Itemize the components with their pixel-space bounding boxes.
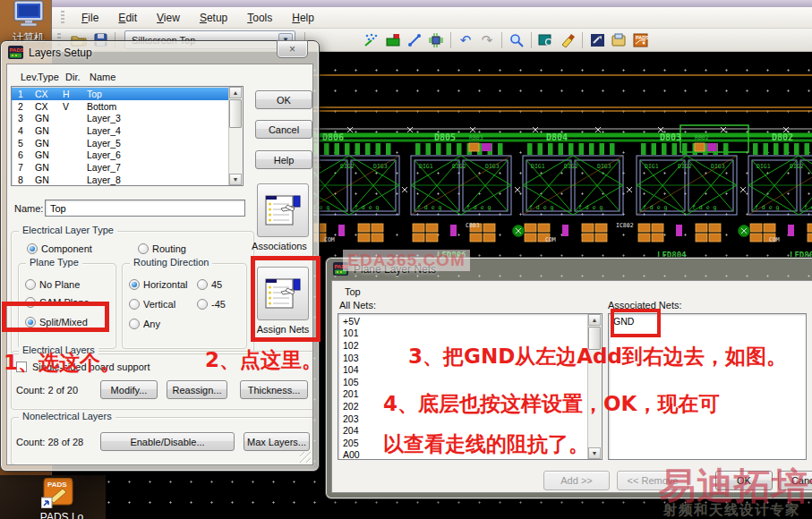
zoom-icon[interactable] xyxy=(507,31,526,49)
any-radio[interactable] xyxy=(129,319,140,329)
associations-button[interactable] xyxy=(257,183,309,237)
menu-help[interactable]: Help xyxy=(282,10,324,26)
svg-text:C803: C803 xyxy=(466,222,480,229)
desktop-patch: PADS PADS Lo xyxy=(0,475,106,519)
all-nets-scrollbar[interactable]: ▲ ▼ xyxy=(587,314,602,459)
electrical-count-label: Count: 2 of 20 xyxy=(16,385,78,396)
nets-spray-icon[interactable] xyxy=(362,31,381,49)
svg-text:f d e g: f d e g xyxy=(804,204,812,211)
layer-row-layer_6[interactable]: 6GNLayer_6 xyxy=(12,149,229,161)
add-button[interactable]: Add >> xyxy=(543,471,610,490)
plane-type-label: Plane Type xyxy=(26,257,82,268)
svg-text:D806: D806 xyxy=(322,132,344,142)
net-item-+5v[interactable]: +5V xyxy=(338,315,588,328)
svg-text:RB03: RB03 xyxy=(469,134,483,141)
pads-logic-label: PADS Lo xyxy=(39,511,84,519)
svg-text:DIG2: DIG2 xyxy=(340,163,355,170)
desktop-computer-icon[interactable]: 计算机 xyxy=(5,0,52,46)
svg-text:COM: COM xyxy=(769,236,780,243)
electrical-layer-type-label: Electrical Layer Type xyxy=(19,225,117,235)
layer-row-bottom[interactable]: 2CXVBottom xyxy=(12,100,229,113)
layer-row-layer_5[interactable]: 5GNLayer_5 xyxy=(12,137,229,149)
help-button[interactable]: Help xyxy=(255,150,312,169)
any-label: Any xyxy=(143,319,160,329)
svg-text:f d e g: f d e g xyxy=(578,204,603,211)
svg-text:DIG2: DIG2 xyxy=(564,163,578,170)
app-titlebar xyxy=(52,0,812,7)
deg45-label: 45 xyxy=(211,279,222,290)
undo-icon[interactable]: ↶ xyxy=(456,31,475,49)
svg-text:D804: D804 xyxy=(546,132,568,142)
svg-text:COM: COM xyxy=(324,236,335,243)
name-input[interactable]: Top xyxy=(45,200,245,217)
toolbar-separator xyxy=(450,32,451,48)
archive-folder-icon[interactable] xyxy=(609,31,628,49)
view-nets-icon[interactable] xyxy=(536,31,556,49)
plane-layer-label: Top xyxy=(345,286,361,297)
watermark-brand-subtitle: 射频和天线设计专家 xyxy=(663,501,800,519)
layers-list-scrollbar[interactable]: ▲ ▼ xyxy=(228,87,243,185)
nonelectrical-count-label: Count: 28 of 28 xyxy=(16,437,83,447)
svg-text:DIG1: DIG1 xyxy=(531,163,545,170)
horizontal-radio[interactable] xyxy=(129,279,140,290)
degm45-radio[interactable] xyxy=(197,299,208,310)
layers-setup-title: Layers Setup xyxy=(29,47,92,59)
redo-icon[interactable]: ↷ xyxy=(477,31,497,49)
menubar-drag-handle[interactable] xyxy=(61,11,64,25)
cancel-button[interactable]: Cancel xyxy=(255,120,312,139)
svg-text:f d e g: f d e g xyxy=(643,204,667,211)
layers-list-header: Lev.TypeDir.Name xyxy=(14,72,115,82)
screen: 计算机 FileEditViewSetupToolsHelp Silkscree… xyxy=(0,0,812,519)
scroll-up-icon[interactable]: ▲ xyxy=(229,87,242,98)
close-icon[interactable]: × xyxy=(277,40,308,58)
scroll-down-icon[interactable]: ▼ xyxy=(229,174,242,185)
cleanup-brush-icon[interactable] xyxy=(558,31,577,49)
pads-dialog-icon: PADS xyxy=(8,46,23,59)
nonelectrical-layers-label: Nonelectrical Layers xyxy=(19,411,115,421)
desktop-pads-logic-icon[interactable]: PADS xyxy=(41,478,81,512)
svg-text:D803: D803 xyxy=(660,132,681,142)
watermark-eda365: EDA365.COM xyxy=(343,250,470,271)
tools-icon[interactable] xyxy=(587,31,607,49)
component-icon[interactable] xyxy=(426,31,446,49)
menu-file[interactable]: File xyxy=(72,10,108,26)
scroll-thumb[interactable] xyxy=(229,99,242,128)
net-item-101[interactable]: 101 xyxy=(338,328,588,340)
deg45-radio[interactable] xyxy=(197,279,208,290)
thickness-button[interactable]: Thickness... xyxy=(240,380,308,399)
routing-radio[interactable] xyxy=(138,243,149,254)
layer-row-layer_4[interactable]: 4GNLayer_4 xyxy=(12,124,229,137)
layer-row-layer_8[interactable]: 8GNLayer_8 xyxy=(12,174,229,186)
vertical-radio[interactable] xyxy=(129,299,140,310)
menu-setup[interactable]: Setup xyxy=(190,10,237,26)
pads-router-icon[interactable]: PADS xyxy=(630,31,650,49)
annotation-step1: 1、选这个。 xyxy=(4,349,121,377)
no-plane-radio[interactable] xyxy=(25,279,36,290)
modify-button[interactable]: Modify... xyxy=(100,380,158,399)
board-icon[interactable] xyxy=(383,31,403,49)
ok-button[interactable]: OK xyxy=(255,90,312,109)
menu-tools[interactable]: Tools xyxy=(237,10,282,26)
svg-text:DIG2: DIG2 xyxy=(452,163,466,170)
reassign-button[interactable]: Reassign... xyxy=(167,380,227,399)
layer-row-top[interactable]: 1CXHTop xyxy=(12,88,229,100)
component-radio[interactable] xyxy=(27,243,38,254)
menu-edit[interactable]: Edit xyxy=(108,10,147,26)
scroll-down-icon[interactable]: ▼ xyxy=(588,447,601,459)
layer-row-layer_3[interactable]: 3GNLayer_3 xyxy=(12,112,229,124)
menu-view[interactable]: View xyxy=(147,10,190,26)
layers-rows: 1CXHTop2CXVBottom3GNLayer_34GNLayer_45GN… xyxy=(12,88,229,186)
annotation-step4b: 以查看走线的阻抗了。 xyxy=(383,430,589,458)
enable-disable-button[interactable]: Enable/Disable... xyxy=(100,432,235,451)
resize-grip[interactable] xyxy=(300,452,311,463)
layers-list[interactable]: 1CXHTop2CXVBottom3GNLayer_34GNLayer_45GN… xyxy=(11,86,244,186)
max-layers-button[interactable]: Max Layers... xyxy=(244,432,310,451)
svg-text:DIG1: DIG1 xyxy=(419,163,433,170)
layer-row-layer_7[interactable]: 7GNLayer_7 xyxy=(12,161,229,174)
net-item-105[interactable]: 105 xyxy=(338,376,588,388)
layers-setup-titlebar[interactable]: PADS Layers Setup × xyxy=(1,41,319,64)
svg-text:f d e g: f d e g xyxy=(692,204,716,211)
scroll-up-icon[interactable]: ▲ xyxy=(588,314,601,326)
svg-text:f d e g: f d e g xyxy=(755,204,779,211)
route-segment-icon[interactable] xyxy=(405,31,424,49)
